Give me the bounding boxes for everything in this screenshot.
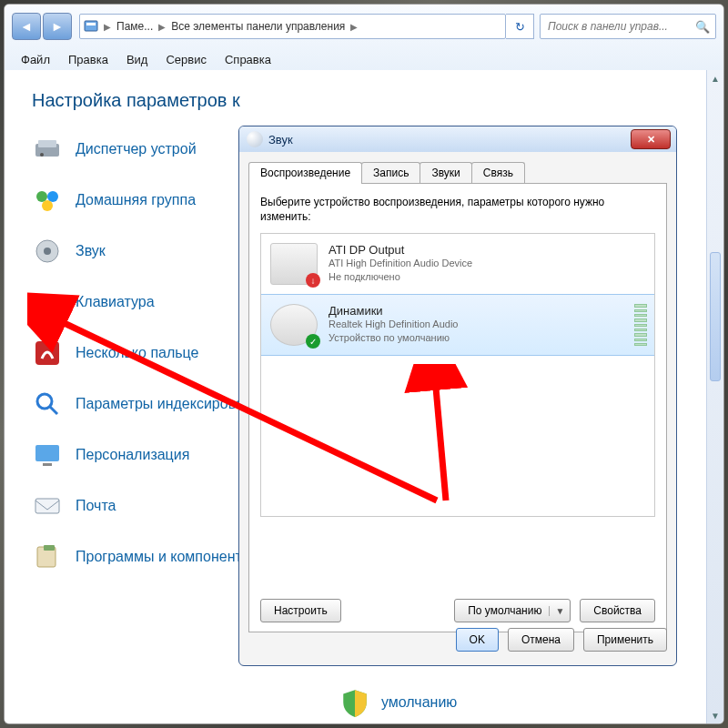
- svg-point-5: [36, 191, 47, 202]
- cp-item-label: Клавиатура: [76, 294, 155, 310]
- monitor-icon: ↓: [270, 243, 318, 285]
- homegroup-icon: [32, 185, 63, 216]
- scroll-thumb[interactable]: [710, 252, 721, 381]
- cp-item-sound[interactable]: Звук: [32, 236, 268, 267]
- dialog-body: Воспроизведение Запись Звуки Связь Выбер…: [248, 159, 667, 616]
- svg-rect-1: [86, 23, 96, 25]
- search-box[interactable]: 🔍: [540, 14, 716, 39]
- tab-recording[interactable]: Запись: [361, 162, 420, 184]
- cp-item-label: Персонализация: [76, 447, 189, 463]
- close-icon: ✕: [647, 134, 655, 146]
- sound-dialog: Звук ✕ Воспроизведение Запись Звуки Связ…: [238, 126, 677, 666]
- cancel-button[interactable]: Отмена: [508, 628, 574, 652]
- cp-item-homegroup[interactable]: Домашняя группа: [32, 185, 268, 216]
- shield-icon: [339, 687, 370, 718]
- cp-item-default-programs[interactable]: умолчанию: [339, 687, 457, 718]
- search-icon: 🔍: [695, 20, 710, 34]
- cp-item-indexing[interactable]: Параметры индексирования: [32, 389, 268, 420]
- svg-rect-3: [38, 140, 56, 147]
- device-driver: Realtek High Definition Audio: [329, 318, 458, 331]
- window-titlebar: ◄ ► ▶ Паме... ▶ Все элементы панели упра…: [5, 5, 723, 48]
- speaker-device-icon: ✓: [270, 304, 318, 346]
- device-status: Устройство по умолчанию: [329, 331, 458, 345]
- search-input[interactable]: [546, 19, 695, 34]
- configure-button[interactable]: Настроить: [260, 599, 341, 622]
- svg-rect-16: [43, 463, 52, 466]
- button-label: По умолчанию: [468, 604, 541, 617]
- tab-communications[interactable]: Связь: [471, 162, 525, 184]
- cp-item-label: Домашняя группа: [76, 192, 196, 208]
- menu-edit[interactable]: Правка: [61, 51, 116, 68]
- svg-point-4: [40, 153, 44, 157]
- apply-button[interactable]: Применить: [583, 628, 667, 652]
- svg-point-9: [44, 248, 51, 255]
- indexing-icon: [32, 389, 63, 420]
- tab-panel-playback: Выберите устройство воспроизведения, пар…: [248, 183, 667, 632]
- tab-sounds[interactable]: Звуки: [420, 162, 471, 184]
- page-title: Настройка параметров к: [32, 90, 240, 111]
- cp-item-programs[interactable]: Программы и компоненты: [32, 541, 268, 572]
- cp-item-multitouch[interactable]: Несколько пальце: [32, 338, 268, 369]
- tab-playback[interactable]: Воспроизведение: [248, 162, 362, 184]
- dialog-titlebar[interactable]: Звук ✕: [239, 126, 676, 152]
- panel-button-row: Настроить По умолчанию ▼ Свойства: [260, 599, 655, 622]
- cp-item-device-manager[interactable]: Диспетчер устрой: [32, 134, 268, 165]
- close-button[interactable]: ✕: [631, 129, 671, 149]
- menu-view[interactable]: Вид: [119, 51, 156, 68]
- programs-icon: [32, 541, 63, 572]
- nav-back-button[interactable]: ◄: [12, 13, 41, 40]
- breadcrumb-item[interactable]: Паме...: [116, 20, 153, 33]
- svg-rect-17: [35, 499, 59, 513]
- device-list[interactable]: ↓ ATI DP Output ATI High Definition Audi…: [260, 233, 655, 517]
- refresh-button[interactable]: ↻: [506, 14, 534, 39]
- device-row[interactable]: ✓ Динамики Realtek High Definition Audio…: [261, 294, 654, 356]
- chevron-right-icon: ▶: [350, 22, 358, 32]
- cp-item-mail[interactable]: Почта: [32, 490, 268, 521]
- svg-rect-15: [35, 445, 59, 461]
- ok-button[interactable]: OK: [456, 628, 499, 652]
- control-panel-icon: [84, 19, 98, 34]
- device-name: ATI DP Output: [329, 243, 472, 257]
- nav-forward-button[interactable]: ►: [43, 13, 72, 40]
- properties-button[interactable]: Свойства: [580, 599, 655, 622]
- dialog-title: Звук: [268, 133, 293, 147]
- menu-help[interactable]: Справка: [217, 51, 278, 68]
- status-error-icon: ↓: [306, 273, 320, 288]
- svg-rect-11: [36, 298, 58, 306]
- menu-bar: Файл Правка Вид Сервис Справка: [5, 48, 723, 70]
- scroll-down-button[interactable]: ▼: [707, 707, 723, 723]
- menu-file[interactable]: Файл: [14, 51, 57, 68]
- mail-icon: [32, 490, 63, 521]
- svg-rect-0: [85, 21, 97, 31]
- set-default-button[interactable]: По умолчанию ▼: [454, 599, 571, 622]
- vertical-scrollbar[interactable]: ▲ ▼: [706, 70, 723, 723]
- cp-item-label: Программы и компоненты: [76, 549, 252, 565]
- chevron-right-icon: ▶: [104, 22, 111, 32]
- device-manager-icon: [32, 134, 63, 165]
- svg-point-13: [37, 394, 52, 409]
- breadcrumb-item[interactable]: Все элементы панели управления: [171, 20, 345, 33]
- svg-point-7: [42, 200, 53, 211]
- chevron-down-icon[interactable]: ▼: [549, 606, 564, 616]
- address-bar[interactable]: ▶ Паме... ▶ Все элементы панели управлен…: [79, 14, 506, 39]
- cp-item-label: умолчанию: [381, 693, 457, 712]
- personalization-icon: [32, 440, 63, 470]
- svg-rect-19: [44, 545, 55, 551]
- cp-item-personalization[interactable]: Персонализация: [32, 440, 268, 470]
- sound-icon: [32, 236, 63, 267]
- status-default-icon: ✓: [306, 334, 320, 349]
- svg-line-14: [50, 407, 57, 414]
- scroll-up-button[interactable]: ▲: [707, 70, 723, 86]
- dialog-button-row: OK Отмена Применить: [248, 625, 667, 654]
- device-name: Динамики: [329, 304, 458, 318]
- desktop-background: ◄ ► ▶ Паме... ▶ Все элементы панели упра…: [0, 0, 728, 728]
- menu-service[interactable]: Сервис: [158, 51, 214, 68]
- cp-item-label: Диспетчер устрой: [76, 141, 197, 157]
- svg-point-6: [47, 191, 58, 202]
- chevron-right-icon: ▶: [158, 22, 166, 32]
- tab-strip: Воспроизведение Запись Звуки Связь: [248, 161, 667, 183]
- cp-item-label: Звук: [76, 243, 106, 259]
- control-panel-list: Диспетчер устрой Домашняя группа Звук: [32, 134, 268, 572]
- device-row[interactable]: ↓ ATI DP Output ATI High Definition Audi…: [261, 234, 654, 294]
- cp-item-keyboard[interactable]: Клавиатура: [32, 287, 268, 318]
